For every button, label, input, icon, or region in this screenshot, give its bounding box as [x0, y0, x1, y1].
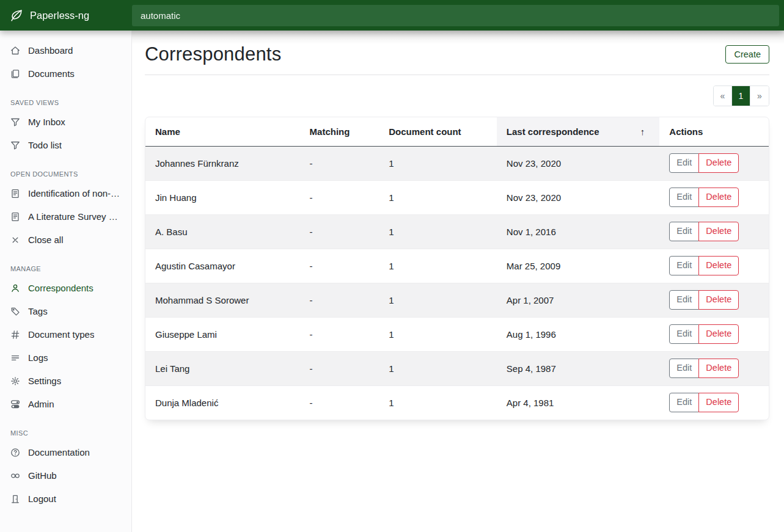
sidebar-item-close-all[interactable]: Close all — [0, 230, 131, 250]
sidebar-item-label: Todo list — [28, 140, 62, 150]
sidebar-item-todo-list[interactable]: Todo list — [0, 135, 131, 155]
row-actions-button-group: EditDelete — [669, 290, 739, 310]
last-correspondence-cell: Nov 1, 2016 — [497, 214, 660, 249]
delete-button[interactable]: Delete — [698, 222, 739, 241]
column-header-matching[interactable]: Matching — [300, 117, 379, 146]
correspondent-name-cell: Mohammad S Sorower — [145, 283, 300, 317]
door-icon — [10, 494, 20, 504]
last-correspondence-cell: Sep 4, 1987 — [497, 351, 660, 385]
document-count-cell: 1 — [379, 180, 497, 214]
row-actions-button-group: EditDelete — [669, 153, 739, 173]
funnel-icon — [10, 140, 20, 150]
document-count-cell: 1 — [379, 249, 497, 283]
table-row: A. Basu-1Nov 1, 2016EditDelete — [145, 214, 769, 249]
sidebar-item-open-doc-1[interactable]: Identification of non-fu... — [0, 183, 131, 203]
column-header-last-correspondence[interactable]: Last correspondence ↑ — [497, 117, 660, 146]
matching-cell: - — [300, 249, 379, 283]
edit-button[interactable]: Edit — [669, 153, 699, 173]
sidebar-item-label: My Inbox — [28, 117, 65, 127]
files-icon — [10, 69, 20, 79]
sidebar-item-label: Close all — [28, 235, 64, 245]
edit-button[interactable]: Edit — [669, 256, 699, 275]
pagination-page-1-button[interactable]: 1 — [732, 86, 750, 106]
x-icon — [10, 235, 20, 245]
correspondent-name-cell: Jin Huang — [145, 180, 300, 214]
tag-icon — [10, 307, 20, 316]
main-content: Correspondents Create « 1 » Name Matchin… — [132, 0, 784, 532]
hash-icon — [10, 330, 20, 340]
leaf-logo-icon — [9, 9, 23, 23]
last-correspondence-cell: Mar 25, 2009 — [497, 249, 660, 283]
delete-button[interactable]: Delete — [698, 324, 739, 344]
sidebar-section-heading: MISC — [10, 429, 121, 437]
sidebar-section-heading: MANAGE — [10, 265, 121, 272]
app-brand-link[interactable]: Paperless-ng — [0, 9, 132, 23]
actions-cell: EditDelete — [659, 317, 769, 351]
pagination-prev-button[interactable]: « — [714, 86, 732, 106]
delete-button[interactable]: Delete — [698, 290, 739, 310]
edit-button[interactable]: Edit — [669, 324, 699, 344]
sidebar-item-label: Dashboard — [28, 45, 73, 56]
sidebar-item-documents[interactable]: Documents — [0, 64, 131, 84]
sidebar-item-admin[interactable]: Admin — [0, 394, 131, 414]
sidebar-item-label: Correspondents — [28, 283, 93, 293]
sidebar-section-heading: SAVED VIEWS — [10, 99, 121, 106]
toggles-icon — [10, 399, 20, 409]
pagination-next-button[interactable]: » — [750, 86, 769, 106]
actions-cell: EditDelete — [659, 146, 769, 180]
table-row: Jin Huang-1Nov 23, 2020EditDelete — [145, 180, 769, 214]
sidebar-item-label: Documents — [28, 68, 75, 79]
sidebar-item-logout[interactable]: Logout — [0, 489, 131, 509]
row-actions-button-group: EditDelete — [669, 188, 739, 207]
page-title: Correspondents — [145, 43, 281, 65]
edit-button[interactable]: Edit — [669, 188, 699, 207]
sidebar-item-logs[interactable]: Logs — [0, 348, 131, 368]
row-actions-button-group: EditDelete — [669, 222, 739, 241]
sidebar-item-settings[interactable]: Settings — [0, 371, 131, 391]
sidebar-item-github[interactable]: GitHub — [0, 465, 131, 486]
actions-cell: EditDelete — [659, 351, 769, 385]
last-correspondence-cell: Nov 23, 2020 — [497, 146, 660, 180]
search-input[interactable] — [132, 5, 779, 26]
actions-cell: EditDelete — [659, 283, 769, 317]
sidebar-item-document-types[interactable]: Document types — [0, 324, 131, 344]
pagination: « 1 » — [713, 86, 769, 106]
edit-button[interactable]: Edit — [669, 359, 699, 378]
table-row: Agustin Casamayor-1Mar 25, 2009EditDelet… — [145, 249, 769, 283]
delete-button[interactable]: Delete — [698, 256, 739, 275]
edit-button[interactable]: Edit — [669, 290, 699, 310]
sidebar-section-heading: OPEN DOCUMENTS — [10, 170, 121, 178]
matching-cell: - — [300, 146, 379, 180]
delete-button[interactable]: Delete — [698, 153, 739, 173]
sidebar-item-my-inbox[interactable]: My Inbox — [0, 112, 131, 132]
sidebar-item-label: GitHub — [28, 470, 57, 481]
matching-cell: - — [300, 385, 379, 420]
delete-button[interactable]: Delete — [698, 188, 739, 207]
correspondent-name-cell: Giuseppe Lami — [145, 317, 300, 351]
correspondent-name-cell: Lei Tang — [145, 351, 300, 385]
actions-cell: EditDelete — [659, 385, 769, 420]
column-header-label: Last correspondence — [507, 126, 599, 137]
sidebar-item-label: A Literature Survey on ... — [28, 211, 121, 222]
table-row: Dunja Mladenić-1Apr 4, 1981EditDelete — [145, 385, 769, 420]
column-header-name[interactable]: Name — [145, 117, 300, 146]
row-actions-button-group: EditDelete — [669, 256, 739, 275]
sidebar-item-dashboard[interactable]: Dashboard — [0, 40, 131, 60]
sidebar-item-tags[interactable]: Tags — [0, 301, 131, 321]
delete-button[interactable]: Delete — [698, 359, 739, 378]
edit-button[interactable]: Edit — [669, 222, 699, 241]
column-header-actions: Actions — [659, 117, 769, 146]
edit-button[interactable]: Edit — [669, 393, 699, 412]
create-button[interactable]: Create — [725, 45, 769, 64]
column-header-document-count[interactable]: Document count — [379, 117, 497, 146]
delete-button[interactable]: Delete — [698, 393, 739, 412]
sidebar-item-label: Tags — [28, 306, 48, 316]
sidebar-item-open-doc-2[interactable]: A Literature Survey on ... — [0, 206, 131, 227]
list-icon — [10, 353, 20, 363]
person-icon — [10, 283, 20, 293]
funnel-icon — [10, 117, 20, 127]
sidebar-item-documentation[interactable]: Documentation — [0, 442, 131, 462]
actions-cell: EditDelete — [659, 249, 769, 283]
sidebar-item-correspondents[interactable]: Correspondents — [0, 278, 131, 298]
sidebar-item-label: Admin — [28, 399, 54, 409]
